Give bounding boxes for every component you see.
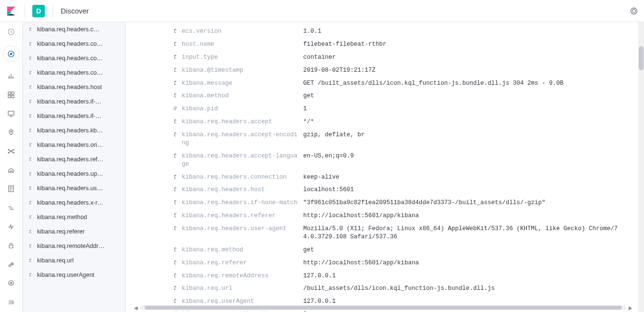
row-field-value: get — [303, 246, 644, 254]
table-row[interactable]: tkibana.methodget — [169, 90, 644, 103]
nav-logs-icon[interactable] — [0, 184, 22, 194]
row-field-name: kibana.req.headers.connection — [182, 173, 303, 182]
table-row[interactable]: tkibana.req.headers.accept-languageen-US… — [169, 150, 644, 171]
scroll-right-arrow-icon[interactable]: ▶ — [628, 305, 633, 311]
table-row[interactable]: tkibana.req.url/built_assets/dlls/icon.k… — [169, 282, 644, 295]
field-name-label: kibana.req.headers.us… — [37, 185, 103, 192]
field-name-label: kibana.req.userAgent — [37, 272, 94, 278]
field-item[interactable]: tkibana.req.referer — [23, 224, 125, 239]
table-row[interactable]: tkibana.@timestamp2019-08-02T19:21:17Z — [169, 64, 644, 77]
table-row[interactable]: tkibana.req.headers.user-agentMozilla/5.… — [169, 222, 644, 244]
svg-point-15 — [8, 152, 9, 153]
field-type-icon: t — [28, 128, 32, 133]
vertical-scroll-thumb[interactable] — [639, 46, 644, 70]
field-item[interactable]: tkibana.req.headers.host — [23, 80, 125, 94]
field-item[interactable]: tkibana.req.headers.kb… — [23, 123, 125, 138]
field-item[interactable]: tkibana.req.url — [23, 253, 125, 268]
field-type-icon: t — [28, 156, 32, 162]
table-row[interactable]: tkibana.req.headers.accept*/* — [169, 116, 644, 129]
table-row[interactable]: tkibana.req.remoteAddress127.0.0.1 — [169, 270, 644, 283]
table-row[interactable]: tkibana.messageGET /built_assets/dlls/ic… — [169, 77, 644, 90]
field-item[interactable]: tkibana.req.userAgent — [23, 268, 125, 282]
row-type-icon: t — [169, 92, 177, 100]
svg-rect-7 — [12, 92, 14, 94]
nav-apm-icon[interactable] — [0, 203, 22, 212]
row-field-value: */* — [303, 118, 644, 126]
row-field-value: 127.0.0.1 — [303, 298, 644, 306]
row-type-icon: t — [169, 298, 177, 305]
table-row[interactable]: tecs.version1.0.1 — [169, 25, 644, 38]
row-field-name: kibana.req.method — [182, 246, 303, 254]
space-selector[interactable]: D — [32, 5, 45, 17]
breadcrumb[interactable]: Discover — [61, 7, 89, 15]
nav-infrastructure-icon[interactable] — [0, 166, 22, 175]
table-row[interactable]: tkibana.req.headers.accept-encodinggzip,… — [169, 129, 644, 150]
field-item[interactable]: tkibana.req.headers.co… — [23, 51, 125, 65]
field-name-label: kibana.req.headers.host — [37, 84, 102, 91]
row-field-value: "3f961c051ba9c82f1ea209511ba38d4dde7d337… — [303, 199, 644, 207]
row-field-name: kibana.req.userAgent — [182, 298, 303, 306]
field-name-label: kibana.req.headers.x-r… — [37, 199, 104, 206]
table-row[interactable]: tkibana.req.headers.refererhttp://localh… — [169, 209, 644, 222]
horizontal-scroll-thumb[interactable] — [145, 306, 622, 310]
row-field-name: kibana.req.headers.referer — [182, 212, 303, 220]
table-row[interactable]: tkibana.req.headers.connectionkeep-alive — [169, 171, 644, 184]
nav-ml-icon[interactable] — [0, 147, 22, 156]
nav-dashboard-icon[interactable] — [0, 90, 22, 99]
table-row[interactable]: thost.namefilebeat-filebeat-rthbr — [169, 38, 644, 51]
nav-dev-tools-icon[interactable] — [0, 260, 22, 269]
field-type-icon: t — [28, 272, 32, 278]
row-field-value: http://localhost:5601/app/kibana — [303, 259, 644, 267]
table-row[interactable]: tkibana.req.headers.if-none-match"3f961c… — [169, 196, 644, 209]
row-field-value: 1.0.1 — [303, 27, 644, 36]
row-field-value: 127.0.0.1 — [303, 272, 644, 280]
table-row[interactable]: #kibana.pid1 — [169, 103, 644, 116]
field-item[interactable]: tkibana.req.remoteAddr… — [23, 239, 125, 253]
field-type-icon: t — [28, 113, 32, 119]
nav-maps-icon[interactable] — [0, 128, 22, 137]
nav-canvas-icon[interactable] — [0, 109, 22, 118]
field-item[interactable]: tkibana.req.headers.if-… — [23, 94, 125, 109]
scroll-left-arrow-icon[interactable]: ◀ — [133, 305, 139, 311]
nav-discover-icon[interactable] — [3, 46, 19, 62]
help-icon[interactable] — [630, 7, 638, 15]
field-item[interactable]: tkibana.req.headers.if-… — [23, 109, 125, 123]
nav-siem-icon[interactable] — [0, 241, 22, 250]
field-item[interactable]: tkibana.req.headers.ref… — [23, 152, 125, 167]
row-field-name: kibana.req.headers.user-agent — [182, 225, 303, 233]
vertical-scrollbar[interactable] — [638, 22, 644, 312]
field-item[interactable]: tkibana.req.method — [23, 210, 125, 224]
row-field-value: http://localhost:5601/app/kibana — [303, 212, 644, 220]
row-field-name: host.name — [182, 40, 303, 49]
nav-collapse-icon[interactable] — [0, 298, 22, 307]
row-field-value: filebeat-filebeat-rthbr — [303, 40, 644, 49]
field-item[interactable]: tkibana.req.headers.co… — [23, 65, 125, 80]
field-item[interactable]: tkibana.req.headers.x-r… — [23, 195, 125, 210]
field-item[interactable]: tkibana.req.headers.up… — [23, 167, 125, 181]
kibana-logo-icon[interactable] — [6, 6, 16, 16]
nav-recent-icon[interactable] — [0, 27, 22, 36]
field-item[interactable]: tkibana.req.headers.us… — [23, 181, 125, 195]
document-panel[interactable]: tecs.version1.0.1thost.namefilebeat-file… — [126, 22, 644, 312]
side-nav — [0, 22, 23, 312]
table-row[interactable]: tkibana.req.refererhttp://localhost:5601… — [169, 257, 644, 270]
field-type-icon: t — [28, 185, 32, 191]
nav-visualize-icon[interactable] — [0, 71, 22, 80]
row-field-name: kibana.req.headers.accept-encoding — [182, 131, 303, 147]
row-type-icon: t — [169, 272, 177, 280]
row-field-name: kibana.req.headers.accept-language — [182, 152, 303, 169]
horizontal-scrollbar[interactable] — [140, 305, 627, 310]
nav-uptime-icon[interactable] — [0, 222, 22, 231]
table-row[interactable]: tkibana.req.headers.hostlocalhost:5601 — [169, 183, 644, 196]
field-item[interactable]: tkibana.req.headers.c… — [23, 22, 125, 37]
table-row[interactable]: tkibana.req.methodget — [169, 244, 644, 257]
table-row[interactable]: tinput.typecontainer — [169, 51, 644, 64]
row-field-name: input.type — [182, 53, 303, 62]
field-name-label: kibana.req.url — [37, 257, 74, 264]
row-field-value: localhost:5601 — [303, 186, 644, 194]
field-item[interactable]: tkibana.req.headers.co… — [23, 37, 125, 51]
nav-monitoring-icon[interactable] — [0, 279, 22, 288]
field-name-label: kibana.req.headers.if-… — [37, 113, 101, 119]
field-item[interactable]: tkibana.req.headers.ori… — [23, 138, 125, 152]
row-type-icon: t — [169, 40, 177, 48]
